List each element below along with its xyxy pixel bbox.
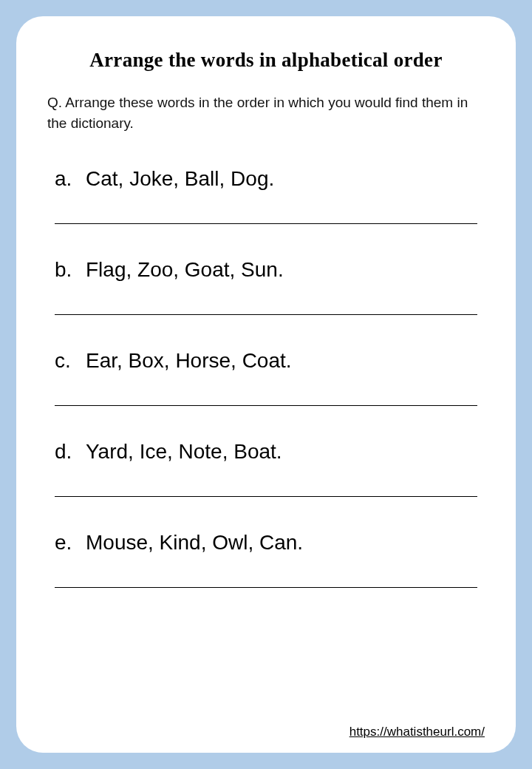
question-row: d. Yard, Ice, Note, Boat. [55, 440, 477, 464]
item-words: Mouse, Kind, Owl, Can. [86, 531, 477, 555]
question-item: d. Yard, Ice, Note, Boat. [55, 440, 477, 497]
item-letter: d. [55, 440, 86, 464]
question-list: a. Cat, Joke, Ball, Dog. b. Flag, Zoo, G… [47, 167, 485, 622]
question-item: a. Cat, Joke, Ball, Dog. [55, 167, 477, 224]
item-words: Flag, Zoo, Goat, Sun. [86, 258, 477, 282]
worksheet-instruction: Q. Arrange these words in the order in w… [47, 92, 485, 133]
source-link[interactable]: https://whatistheurl.com/ [349, 725, 485, 739]
answer-line[interactable] [55, 223, 477, 224]
worksheet-title: Arrange the words in alphabetical order [47, 49, 485, 72]
answer-line[interactable] [55, 496, 477, 497]
item-letter: b. [55, 258, 86, 282]
item-words: Cat, Joke, Ball, Dog. [86, 167, 477, 191]
question-item: b. Flag, Zoo, Goat, Sun. [55, 258, 477, 315]
question-item: c. Ear, Box, Horse, Coat. [55, 349, 477, 406]
answer-line[interactable] [55, 587, 477, 588]
question-row: b. Flag, Zoo, Goat, Sun. [55, 258, 477, 282]
question-item: e. Mouse, Kind, Owl, Can. [55, 531, 477, 588]
question-row: a. Cat, Joke, Ball, Dog. [55, 167, 477, 191]
item-letter: e. [55, 531, 86, 555]
item-words: Yard, Ice, Note, Boat. [86, 440, 477, 464]
item-words: Ear, Box, Horse, Coat. [86, 349, 477, 373]
answer-line[interactable] [55, 314, 477, 315]
answer-line[interactable] [55, 405, 477, 406]
item-letter: c. [55, 349, 86, 373]
question-row: e. Mouse, Kind, Owl, Can. [55, 531, 477, 555]
item-letter: a. [55, 167, 86, 191]
worksheet-page: Arrange the words in alphabetical order … [16, 16, 516, 753]
question-row: c. Ear, Box, Horse, Coat. [55, 349, 477, 373]
